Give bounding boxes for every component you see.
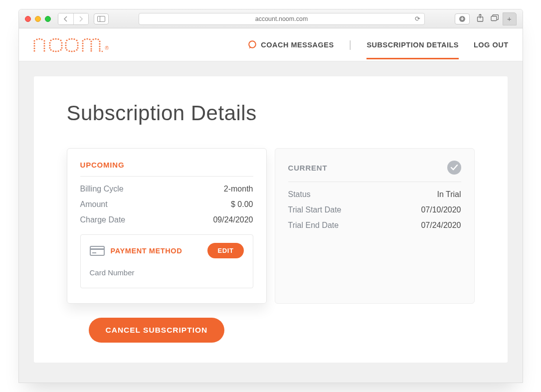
svg-point-51 bbox=[82, 47, 83, 49]
svg-point-46 bbox=[68, 50, 70, 51]
svg-point-61 bbox=[90, 48, 92, 49]
billing-cycle-value: 2-month bbox=[224, 185, 253, 194]
svg-point-63 bbox=[92, 38, 94, 40]
svg-point-42 bbox=[77, 44, 78, 46]
registered-mark-icon: ® bbox=[105, 45, 109, 51]
svg-point-57 bbox=[89, 38, 90, 40]
back-button[interactable] bbox=[58, 13, 73, 24]
svg-rect-0 bbox=[97, 16, 105, 21]
amount-label: Amount bbox=[80, 200, 108, 209]
trial-start-label: Trial Start Date bbox=[288, 205, 342, 214]
edit-payment-button[interactable]: EDIT bbox=[207, 243, 243, 258]
svg-point-22 bbox=[60, 39, 61, 41]
page-title: Subscription Details bbox=[67, 101, 475, 125]
amount-value: $ 0.00 bbox=[231, 200, 253, 209]
svg-point-58 bbox=[90, 40, 92, 42]
status-label: Status bbox=[288, 190, 311, 199]
svg-point-45 bbox=[66, 49, 67, 50]
svg-rect-4 bbox=[491, 16, 497, 20]
header-nav: COACH MESSAGES | SUBSCRIPTION DETAILS LO… bbox=[248, 30, 508, 59]
current-panel: CURRENT Status In Trial Trial Start Date… bbox=[275, 148, 475, 304]
share-button[interactable] bbox=[477, 14, 484, 24]
svg-point-41 bbox=[65, 44, 66, 46]
svg-point-24 bbox=[61, 42, 62, 43]
svg-point-26 bbox=[61, 44, 62, 46]
svg-point-11 bbox=[38, 38, 40, 39]
charge-date-label: Charge Date bbox=[80, 215, 126, 224]
svg-point-19 bbox=[52, 38, 54, 39]
panels: UPCOMING Billing Cycle 2-month Amount $ … bbox=[67, 148, 475, 304]
sidebar-toggle-button[interactable] bbox=[94, 13, 109, 24]
reload-icon[interactable]: ⟳ bbox=[415, 15, 420, 22]
forward-button[interactable] bbox=[73, 13, 88, 24]
nav-subscription-details-label: SUBSCRIPTION DETAILS bbox=[366, 41, 459, 49]
maximize-window-icon[interactable] bbox=[45, 16, 51, 22]
payment-method-box: PAYMENT METHOD EDIT Card Number bbox=[80, 234, 253, 288]
address-bar-url: account.noom.com bbox=[255, 15, 308, 22]
charge-date-value: 09/24/2020 bbox=[213, 215, 253, 224]
svg-point-48 bbox=[73, 50, 75, 51]
svg-point-25 bbox=[49, 44, 50, 46]
svg-point-5 bbox=[33, 50, 35, 51]
svg-point-32 bbox=[57, 50, 59, 51]
svg-point-52 bbox=[82, 45, 83, 46]
current-title: CURRENT bbox=[288, 164, 328, 172]
nav-logout[interactable]: LOG OUT bbox=[474, 41, 509, 49]
svg-point-35 bbox=[68, 38, 70, 39]
nav-logout-label: LOG OUT bbox=[474, 41, 509, 49]
status-row: Status In Trial bbox=[288, 190, 461, 199]
svg-point-67 bbox=[99, 43, 100, 44]
tabs-button[interactable] bbox=[491, 14, 499, 23]
svg-point-44 bbox=[77, 47, 78, 48]
svg-point-55 bbox=[84, 38, 85, 40]
address-bar[interactable]: account.noom.com ⟳ bbox=[139, 13, 425, 25]
svg-point-27 bbox=[49, 47, 50, 48]
svg-point-64 bbox=[95, 38, 96, 39]
trial-start-value: 07/10/2020 bbox=[421, 205, 461, 214]
new-tab-button[interactable]: + bbox=[503, 12, 517, 25]
svg-point-30 bbox=[52, 50, 54, 51]
browser-window: account.noom.com ⟳ + bbox=[18, 9, 523, 383]
cancel-subscription-button[interactable]: CANCEL SUBSCRIPTION bbox=[89, 318, 225, 343]
svg-point-9 bbox=[33, 40, 35, 41]
svg-point-14 bbox=[43, 42, 45, 44]
window-controls bbox=[25, 16, 51, 22]
svg-point-33 bbox=[60, 49, 61, 50]
nav-subscription-details[interactable]: SUBSCRIPTION DETAILS bbox=[366, 30, 459, 59]
minimize-window-icon[interactable] bbox=[35, 16, 41, 22]
upcoming-panel: UPCOMING Billing Cycle 2-month Amount $ … bbox=[67, 148, 267, 304]
trial-end-value: 07/24/2020 bbox=[421, 221, 461, 230]
svg-point-49 bbox=[76, 49, 77, 50]
svg-point-68 bbox=[99, 45, 100, 47]
svg-point-62 bbox=[90, 50, 92, 51]
svg-point-23 bbox=[49, 42, 50, 43]
main-card: Subscription Details UPCOMING Billing Cy… bbox=[34, 76, 508, 363]
nav-coach-messages[interactable]: COACH MESSAGES bbox=[248, 40, 334, 49]
svg-point-72 bbox=[249, 41, 256, 48]
svg-point-8 bbox=[33, 42, 35, 44]
svg-point-7 bbox=[33, 45, 35, 46]
svg-point-36 bbox=[71, 38, 72, 39]
svg-point-37 bbox=[73, 38, 75, 39]
status-value: In Trial bbox=[437, 190, 461, 199]
downloads-button[interactable] bbox=[455, 13, 470, 24]
billing-cycle-label: Billing Cycle bbox=[80, 185, 124, 194]
browser-right-tools bbox=[455, 13, 499, 24]
svg-point-20 bbox=[55, 38, 56, 39]
svg-point-70 bbox=[99, 50, 100, 51]
svg-point-21 bbox=[57, 38, 59, 39]
page-canvas: Subscription Details UPCOMING Billing Cy… bbox=[19, 61, 523, 383]
svg-point-43 bbox=[65, 47, 66, 48]
trial-start-row: Trial Start Date 07/10/2020 bbox=[288, 205, 461, 214]
amount-row: Amount $ 0.00 bbox=[80, 200, 253, 209]
svg-point-59 bbox=[90, 43, 92, 44]
svg-point-17 bbox=[43, 50, 45, 51]
browser-titlebar: account.noom.com ⟳ + bbox=[19, 9, 523, 28]
svg-point-28 bbox=[61, 47, 62, 48]
noom-logo[interactable]: ® bbox=[33, 37, 109, 52]
svg-point-31 bbox=[55, 50, 56, 52]
svg-point-34 bbox=[66, 39, 67, 41]
credit-card-icon bbox=[90, 246, 105, 256]
svg-point-12 bbox=[41, 38, 42, 40]
close-window-icon[interactable] bbox=[25, 16, 31, 22]
